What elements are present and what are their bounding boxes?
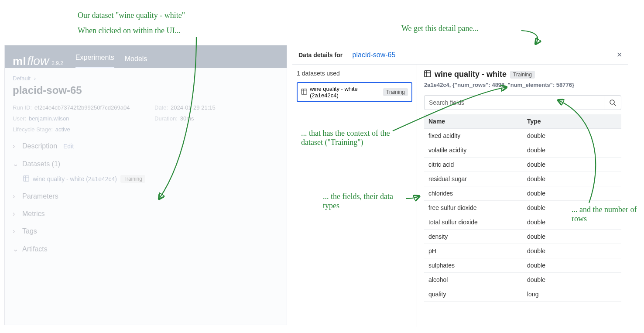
field-type-cell: double bbox=[523, 258, 621, 273]
field-type-cell: double bbox=[523, 172, 621, 186]
brand-ml: ml bbox=[13, 55, 26, 68]
field-type-cell: long bbox=[523, 287, 621, 302]
tab-experiments[interactable]: Experiments bbox=[75, 54, 114, 68]
field-type-cell: double bbox=[523, 158, 621, 172]
detail-header-label: Data details for bbox=[298, 51, 343, 58]
datasets-label: Datasets (1) bbox=[22, 160, 60, 168]
annotation-detail-pane: We get this detail pane... bbox=[401, 24, 479, 33]
metrics-label: Metrics bbox=[22, 210, 45, 218]
field-name-cell: fixed acidity bbox=[424, 129, 523, 143]
parameters-label: Parameters bbox=[22, 192, 58, 200]
description-label: Description bbox=[22, 142, 57, 150]
field-type-cell: double bbox=[523, 143, 621, 158]
svg-rect-3 bbox=[301, 89, 307, 94]
meta-date: Date:2024-01-29 21:15 bbox=[154, 104, 279, 111]
brand-version: 2.9.2 bbox=[51, 60, 63, 66]
experiment-run-panel: ml flow 2.9.2 Experiments Models Default… bbox=[4, 45, 287, 325]
table-row: fixed aciditydouble bbox=[424, 129, 621, 143]
breadcrumb-root[interactable]: Default bbox=[13, 75, 31, 82]
col-type-header[interactable]: Type bbox=[523, 114, 621, 129]
annotation-clicked: When clicked on within the UI... bbox=[78, 26, 181, 35]
meta-lifecycle: Lifecycle Stage:active bbox=[13, 126, 137, 133]
section-metrics[interactable]: › Metrics bbox=[13, 210, 279, 218]
annotation-rows: ... and the number of rows bbox=[572, 205, 637, 223]
svg-line-10 bbox=[614, 104, 616, 106]
table-row: alcoholdouble bbox=[424, 273, 621, 287]
field-name-cell: total sulfur dioxide bbox=[424, 215, 523, 230]
field-name-cell: pH bbox=[424, 244, 523, 258]
dataset-name: wine quality - white (2a1e42c4) bbox=[33, 175, 117, 182]
field-name-cell: free sulfur dioxide bbox=[424, 201, 523, 215]
table-row: qualitylong bbox=[424, 287, 621, 302]
close-icon[interactable]: ✕ bbox=[617, 51, 622, 59]
edit-description-link[interactable]: Edit bbox=[63, 143, 74, 150]
dataset-entry[interactable]: wine quality - white (2a1e42c4) Training bbox=[23, 175, 279, 183]
meta-duration: Duration:30ms bbox=[154, 115, 279, 122]
field-name-cell: sulphates bbox=[424, 258, 523, 273]
dataset-list-item[interactable]: wine quality - white (2a1e42c4) Training bbox=[297, 82, 412, 102]
tab-models[interactable]: Models bbox=[125, 55, 147, 68]
search-icon bbox=[609, 99, 616, 106]
table-row: volatile aciditydouble bbox=[424, 143, 621, 158]
svg-point-9 bbox=[610, 100, 614, 104]
meta-run-id: Run ID:ef2c4e4cb73742f2b99250f7cd269a04 bbox=[13, 104, 137, 111]
brand-flow: flow bbox=[27, 54, 49, 68]
table-row: densitydouble bbox=[424, 230, 621, 244]
section-artifacts[interactable]: ⌄ Artifacts bbox=[13, 245, 279, 253]
breadcrumb[interactable]: Default › bbox=[13, 75, 279, 82]
field-type-cell: double bbox=[523, 129, 621, 143]
annotation-fields: ... the fields, their data types bbox=[323, 192, 410, 210]
table-icon bbox=[301, 89, 307, 96]
section-datasets[interactable]: ⌄ Datasets (1) bbox=[13, 160, 279, 168]
chevron-down-icon: ⌄ bbox=[13, 245, 18, 253]
field-name-cell: citric acid bbox=[424, 158, 523, 172]
chevron-right-icon: › bbox=[13, 192, 18, 200]
meta-user: User:benjamin.wilson bbox=[13, 115, 137, 122]
chevron-right-icon: › bbox=[13, 210, 18, 218]
svg-rect-0 bbox=[24, 175, 29, 181]
table-row: pHdouble bbox=[424, 244, 621, 258]
detail-run-link[interactable]: placid-sow-65 bbox=[353, 51, 396, 58]
section-description[interactable]: › Description Edit bbox=[13, 142, 279, 150]
annotation-dataset-title: Our dataset "wine quality - white" bbox=[78, 11, 185, 20]
col-name-header[interactable]: Name bbox=[424, 114, 523, 129]
search-fields-input[interactable] bbox=[424, 95, 604, 110]
table-icon bbox=[23, 175, 29, 183]
field-name-cell: density bbox=[424, 230, 523, 244]
dataset-title: wine quality - white bbox=[435, 70, 507, 79]
table-row: chloridesdouble bbox=[424, 186, 621, 201]
chevron-right-icon: › bbox=[13, 227, 18, 235]
run-name: placid-sow-65 bbox=[13, 84, 279, 96]
field-name-cell: alcohol bbox=[424, 273, 523, 287]
field-name-cell: volatile acidity bbox=[424, 143, 523, 158]
app-header: ml flow 2.9.2 Experiments Models bbox=[5, 45, 287, 68]
field-name-cell: chlorides bbox=[424, 186, 523, 201]
table-row: residual sugardouble bbox=[424, 172, 621, 186]
dataset-list-item-tag: Training bbox=[383, 88, 408, 96]
svg-rect-6 bbox=[425, 71, 431, 77]
table-header-row: Name Type bbox=[424, 114, 621, 129]
field-name-cell: residual sugar bbox=[424, 172, 523, 186]
field-type-cell: double bbox=[523, 230, 621, 244]
data-detail-pane: Data details for placid-sow-65 ✕ 1 datas… bbox=[292, 48, 628, 327]
field-type-cell: double bbox=[523, 186, 621, 201]
field-name-cell: quality bbox=[424, 287, 523, 302]
chevron-right-icon: › bbox=[34, 75, 36, 82]
table-row: sulphatesdouble bbox=[424, 258, 621, 273]
annotation-context: ... that has the context of the dataset … bbox=[301, 129, 397, 147]
tags-label: Tags bbox=[22, 227, 37, 235]
table-icon bbox=[424, 70, 431, 79]
chevron-right-icon: › bbox=[13, 142, 18, 150]
dataset-tag-pill: Training bbox=[120, 175, 145, 183]
table-row: citric aciddouble bbox=[424, 158, 621, 172]
field-type-cell: double bbox=[523, 273, 621, 287]
dataset-meta-line: 2a1e42c4, {"num_rows": 4898, "num_elemen… bbox=[424, 82, 621, 88]
section-tags[interactable]: › Tags bbox=[13, 227, 279, 235]
section-parameters[interactable]: › Parameters bbox=[13, 192, 279, 200]
dataset-list-item-name: wine quality - white (2a1e42c4) bbox=[310, 86, 380, 99]
dataset-title-tag: Training bbox=[510, 71, 535, 79]
search-button[interactable] bbox=[604, 95, 621, 110]
chevron-down-icon: ⌄ bbox=[13, 160, 18, 168]
artifacts-label: Artifacts bbox=[22, 245, 48, 253]
field-type-cell: double bbox=[523, 244, 621, 258]
